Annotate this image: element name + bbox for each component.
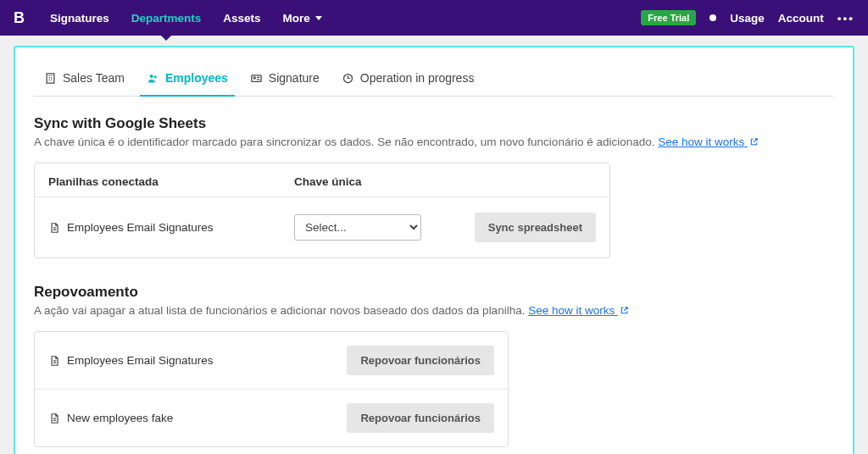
repop-sheet-cell: New employees fake	[48, 412, 173, 425]
svg-rect-9	[252, 75, 261, 81]
nav-more-label: More	[283, 12, 310, 25]
nav-left: Signatures Departments Assets More	[40, 0, 332, 36]
sync-link-text: See how it works	[658, 136, 744, 148]
repop-desc: A ação vai apagar a atual lista de funci…	[34, 304, 834, 318]
repop-title: Repovoamento	[34, 284, 834, 301]
repopulate-button[interactable]: Repovoar funcionários	[347, 346, 494, 375]
repop-row: Employees Email Signatures Repovoar func…	[35, 332, 508, 389]
tab-bar: Sales Team Employees Signature Operation…	[34, 63, 834, 97]
svg-point-10	[253, 76, 255, 78]
tab-signature[interactable]: Signature	[243, 63, 326, 97]
tab-label: Employees	[165, 71, 228, 85]
nav-signatures[interactable]: Signatures	[40, 0, 120, 36]
app-logo: B	[14, 9, 25, 27]
file-icon	[48, 221, 60, 235]
tab-operation[interactable]: Operation in progress	[335, 63, 481, 97]
clock-icon	[342, 72, 354, 85]
sync-btn-cell: Sync spreadsheet	[475, 213, 596, 242]
svg-point-8	[154, 75, 157, 78]
nav-assets[interactable]: Assets	[213, 0, 270, 36]
main-panel: Sales Team Employees Signature Operation…	[14, 46, 854, 454]
top-nav: B Signatures Departments Assets More Fre…	[0, 0, 868, 36]
nav-departments[interactable]: Departments	[121, 0, 212, 36]
tab-sales-team[interactable]: Sales Team	[37, 63, 131, 97]
external-link-icon	[749, 136, 759, 149]
nav-right: Free Trial Usage Account •••	[641, 10, 854, 25]
external-link-icon	[620, 305, 629, 318]
sync-desc: A chave única é o identificador marcado …	[34, 136, 834, 149]
nav-usage[interactable]: Usage	[730, 12, 765, 25]
tab-employees[interactable]: Employees	[140, 63, 235, 97]
sync-card: Planilhas conectada Chave única Employee…	[34, 163, 610, 258]
key-select[interactable]: Select...	[294, 214, 421, 241]
repop-row: New employees fake Repovoar funcionários	[35, 389, 508, 446]
svg-point-7	[150, 75, 153, 78]
sheet-name: Employees Email Signatures	[67, 221, 214, 234]
sync-card-header: Planilhas conectada Chave única	[35, 163, 609, 197]
repop-sheet-name: New employees fake	[67, 412, 173, 424]
file-icon	[48, 412, 60, 425]
caret-down-icon	[315, 16, 322, 20]
users-icon	[147, 72, 159, 85]
repop-card: Employees Email Signatures Repovoar func…	[34, 331, 509, 447]
repop-desc-text: A ação vai apagar a atual lista de funci…	[34, 304, 528, 317]
nav-more[interactable]: More	[273, 0, 332, 36]
building-icon	[44, 72, 57, 85]
nav-account[interactable]: Account	[778, 12, 824, 25]
key-cell: Select...	[294, 214, 447, 241]
repop-sheet-cell: Employees Email Signatures	[48, 354, 214, 368]
col-connected: Planilhas conectada	[48, 175, 294, 188]
sync-spreadsheet-button[interactable]: Sync spreadsheet	[475, 213, 596, 242]
id-card-icon	[250, 72, 263, 85]
repop-how-link[interactable]: See how it works	[528, 304, 629, 317]
tab-label: Operation in progress	[360, 71, 475, 85]
svg-rect-0	[47, 73, 54, 82]
repop-sheet-name: Employees Email Signatures	[67, 354, 214, 367]
sync-title: Sync with Google Sheets	[34, 115, 834, 132]
status-dot-icon	[709, 14, 716, 21]
repopulate-button[interactable]: Repovoar funcionários	[347, 403, 494, 433]
sync-how-link[interactable]: See how it works	[658, 136, 759, 148]
ellipsis-icon[interactable]: •••	[837, 12, 854, 25]
sheet-cell: Employees Email Signatures	[48, 221, 294, 235]
sync-row: Employees Email Signatures Select... Syn…	[35, 197, 609, 257]
col-key: Chave única	[294, 175, 447, 188]
tab-label: Sales Team	[63, 71, 125, 85]
free-trial-badge[interactable]: Free Trial	[641, 10, 696, 25]
repop-link-text: See how it works	[528, 304, 615, 317]
tab-label: Signature	[269, 71, 320, 85]
file-icon	[48, 354, 60, 368]
sync-desc-text: A chave única é o identificador marcado …	[34, 136, 658, 148]
